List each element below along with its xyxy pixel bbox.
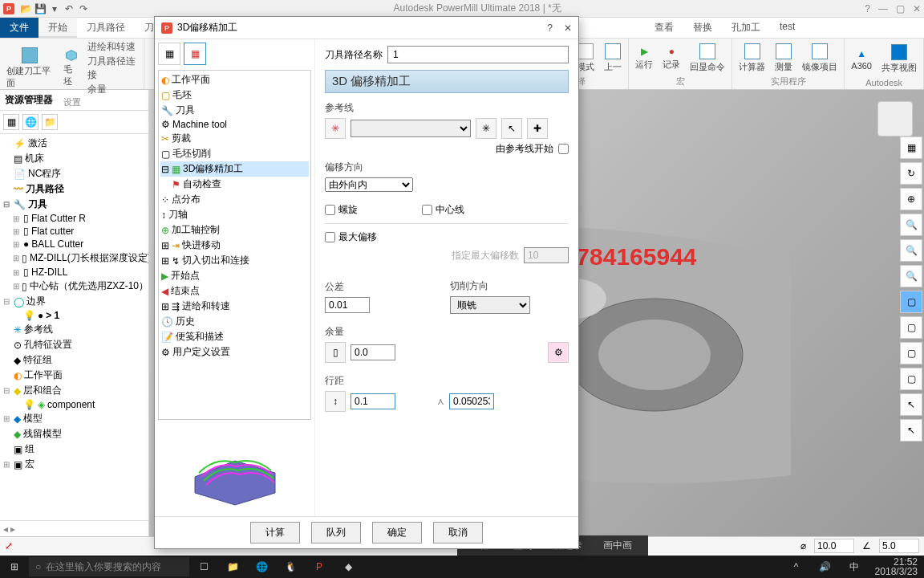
stepover-icon[interactable]: ↕ [325,391,346,412]
tray-up-icon[interactable]: ^ [782,556,811,578]
view-rotate-icon[interactable]: ↻ [900,162,922,185]
tab-toolpath[interactable]: 刀具路径 [77,18,135,38]
tray-vol-icon[interactable]: 🔊 [811,556,840,578]
view-block-icon[interactable]: ▢ [900,342,922,364]
dialog-title: 3D偏移精加工 [177,21,547,35]
macro-button[interactable]: 回显命令 [688,42,727,75]
app-icon-3[interactable]: 🐧 [276,556,305,578]
create-workplane-button[interactable]: 创建刀工平面 [5,46,55,91]
view-shaded-icon[interactable]: ▢ [900,291,922,313]
calc-button[interactable]: 计算器 [737,42,767,75]
app-icon-1[interactable]: 📁 [218,556,247,578]
open-icon[interactable]: 📂 [19,2,32,15]
refline-btn1-icon[interactable]: ✳ [476,118,496,139]
refline-select[interactable] [351,120,471,137]
name-input[interactable] [387,46,569,63]
dropdown-icon[interactable]: ▾ [48,2,61,15]
up-button[interactable]: 上一 [602,42,623,75]
record-button[interactable]: ●记录 [661,44,682,72]
cutdir-label: 切削方向 [450,279,530,293]
tab-file[interactable]: 文件 [0,18,38,38]
angle-input[interactable] [879,539,919,553]
connect-label[interactable]: 刀具路径连接 [87,55,139,82]
stock-icon[interactable]: ▯ [325,342,346,363]
svg-marker-0 [66,51,76,61]
tab-hole[interactable]: 孔加工 [722,18,770,38]
stepover2-input[interactable] [449,393,494,409]
queue-button[interactable]: 队列 [311,522,361,543]
offsetdir-select[interactable]: 由外向内 [325,177,413,192]
tolerance-input[interactable] [325,297,370,313]
close-icon[interactable]: ✕ [913,3,921,14]
save-icon[interactable]: 💾 [34,2,47,15]
refline-label: 参考线 [325,101,569,115]
stock-input[interactable] [351,344,395,360]
view-cursor2-icon[interactable]: ↖ [900,419,922,442]
run-button[interactable]: ▶运行 [634,44,654,72]
stepover-input[interactable] [351,393,395,409]
view-zoom2-icon[interactable]: 🔍 [900,239,922,262]
ok-button[interactable]: 确定 [372,522,422,543]
window-title: Autodesk PowerMill Ultimate 2018 | *无 [90,2,865,15]
stock-label: 余量 [325,325,569,339]
block-button[interactable]: 毛坯 [62,47,81,89]
tool-expand-icon[interactable]: ▦ [3,114,19,130]
app-icon-4[interactable]: P [305,556,334,578]
dialog-section-header: 3D 偏移精加工 [325,70,569,93]
fromref-checkbox[interactable] [558,144,569,154]
tab-test[interactable]: test [770,18,804,38]
tool-folder-icon[interactable]: 📁 [42,114,58,130]
taskbar-clock[interactable]: 21:522018/3/23 [869,557,924,576]
refline-btn2-icon[interactable]: ↖ [501,118,522,139]
tab-replace[interactable]: 替换 [683,18,722,38]
maximize-icon[interactable]: ▢ [896,3,905,14]
redo-icon[interactable]: ↷ [77,2,90,15]
share-button[interactable]: 共享视图 [880,43,918,75]
dialog-help-icon[interactable]: ? [547,22,553,34]
explorer-footer: ◂ ▸ [0,520,148,536]
help-icon[interactable]: ? [865,3,870,14]
taskview-icon[interactable]: ☐ [189,556,218,578]
calc-button[interactable]: 计算 [250,522,300,543]
feedrate-label[interactable]: 进绘和转速 [87,40,139,54]
maxoffset-checkbox[interactable] [325,232,335,242]
strategy-icon-1[interactable]: ▦ [158,43,180,65]
view-fit-icon[interactable]: ⊕ [900,188,922,210]
cancel-button[interactable]: 取消 [433,522,483,543]
tab-check[interactable]: 查看 [645,18,683,38]
centerline-checkbox[interactable] [422,205,432,215]
tray-ime-icon[interactable]: 中 [840,556,869,578]
view-zoom3-icon[interactable]: 🔍 [900,265,922,287]
app-icon-5[interactable]: ◆ [334,556,363,578]
diameter-input[interactable] [814,539,854,553]
refline-icon[interactable]: ✳ [325,118,346,139]
tool-globe-icon[interactable]: 🌐 [22,114,38,130]
undo-icon[interactable]: ↶ [63,2,75,15]
maxoffsetnum-label: 指定最大偏移数 [452,249,519,263]
dialog-close-icon[interactable]: ✕ [564,22,572,34]
tab-start[interactable]: 开始 [38,18,77,38]
dialog-tree[interactable]: ◐工作平面 ▢毛坯 🔧刀具 ⚙Machine tool ✂剪裁 ▢毛坯切削 ⊟▦… [158,70,311,420]
strategy-icon-2[interactable]: ▦ [184,43,206,65]
mirror-button[interactable]: 镜像项目 [800,42,839,75]
explorer-tree[interactable]: ⚡激活 ▤机床 📄NC程序 〰刀具路径 ⊟🔧刀具 ⊞▯Flat Cutter R… [0,134,148,520]
refline-btn3-icon[interactable]: ✚ [527,118,548,139]
minimize-icon[interactable]: — [878,3,888,14]
app-logo: P [3,3,14,14]
explorer-title: 资源管理器 [0,90,148,111]
windows-start-icon[interactable]: ⊞ [0,556,29,578]
view-wire-icon[interactable]: ▢ [900,316,922,339]
measure-button[interactable]: 测量 [773,42,794,75]
stock-adv-icon[interactable]: ⚙ [548,342,569,363]
view-wire2-icon[interactable]: ▢ [900,368,922,390]
a360-button[interactable]: ▲A360 [849,47,873,72]
taskbar-search[interactable]: ○ 在这里输入你要搜索的内容 [29,557,189,576]
cutdir-select[interactable]: 顺铣 [450,296,530,314]
spiral-checkbox[interactable] [325,205,335,215]
view-cursor-icon[interactable]: ↖ [900,393,922,416]
view-iso-icon[interactable]: ▦ [900,136,922,159]
maxoffset-input [524,247,569,263]
view-cube[interactable] [877,101,913,136]
view-zoom-icon[interactable]: 🔍 [900,214,922,236]
app-icon-2[interactable]: 🌐 [247,556,276,578]
